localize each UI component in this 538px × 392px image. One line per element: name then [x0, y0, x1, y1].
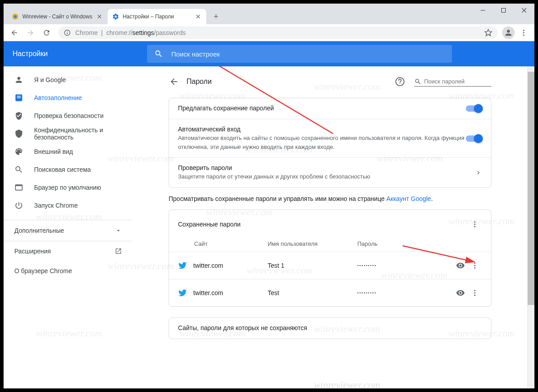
settings-title: Настройки	[13, 50, 147, 58]
site-text[interactable]: twitter.com	[193, 262, 223, 269]
svg-point-8	[523, 34, 525, 35]
svg-point-1	[14, 15, 17, 18]
password-row: twitter.com Test •••••••••	[169, 279, 491, 306]
browser-titlebar: Winreview - Сайт о Windows ✕ Настройки –…	[4, 4, 534, 24]
saved-passwords-more-button[interactable]	[468, 217, 482, 231]
annotation-arrow	[37, 66, 351, 201]
search-icon	[414, 78, 421, 85]
password-dots: •••••••••	[357, 291, 453, 295]
sidebar-about[interactable]: О браузере Chrome	[4, 261, 133, 281]
sidebar-extensions[interactable]: Расширения	[4, 241, 133, 261]
browser-icon	[14, 183, 23, 192]
url-text: Chrome | chrome://settings/passwords	[75, 29, 186, 36]
svg-point-11	[474, 223, 476, 225]
scrollbar[interactable]	[527, 66, 534, 388]
sidebar-label: Запуск Chrome	[34, 202, 78, 209]
user-text: Test	[268, 289, 357, 296]
maximize-button[interactable]	[493, 4, 514, 17]
toggle-offer-save[interactable]	[466, 105, 482, 112]
reload-button[interactable]	[39, 26, 54, 40]
password-search[interactable]	[414, 77, 491, 87]
google-account-link[interactable]: Аккаунт Google	[386, 195, 431, 202]
svg-point-17	[474, 292, 476, 293]
open-in-new-icon	[115, 248, 122, 255]
close-icon[interactable]: ✕	[195, 13, 202, 20]
minimize-button[interactable]	[473, 4, 493, 17]
back-button[interactable]	[7, 26, 22, 40]
close-icon[interactable]: ✕	[96, 13, 103, 20]
window-close-button[interactable]	[514, 4, 534, 17]
help-icon[interactable]	[393, 74, 407, 89]
toolbar: Chrome | chrome://settings/passwords	[4, 24, 534, 41]
chevron-right-icon	[475, 169, 482, 176]
forward-button[interactable]	[23, 26, 38, 40]
svg-line-19	[181, 66, 333, 134]
profile-avatar-button[interactable]	[502, 26, 515, 39]
password-search-input[interactable]	[424, 78, 491, 85]
twitter-icon	[178, 261, 187, 270]
saved-passwords-title: Сохраненные пароли	[169, 221, 241, 228]
address-bar[interactable]: Chrome | chrome://settings/passwords	[58, 26, 498, 39]
chevron-down-icon	[115, 227, 122, 234]
bookmark-star-icon[interactable]	[484, 29, 492, 37]
tab-settings-passwords[interactable]: Настройки – Пароли ✕	[108, 9, 206, 24]
new-tab-button[interactable]: +	[210, 10, 222, 23]
site-text[interactable]: twitter.com	[193, 289, 223, 296]
tab-winreview[interactable]: Winreview - Сайт о Windows ✕	[7, 9, 108, 24]
svg-point-7	[523, 32, 525, 33]
tab-label: Winreview - Сайт о Windows	[22, 13, 92, 20]
menu-button[interactable]	[516, 26, 531, 40]
svg-point-10	[474, 221, 476, 222]
svg-point-6	[523, 30, 525, 31]
lock-icon	[14, 129, 23, 138]
info-icon	[64, 29, 71, 36]
settings-header: Настройки	[4, 41, 534, 66]
svg-rect-3	[502, 9, 506, 13]
twitter-icon	[178, 288, 187, 297]
svg-point-18	[474, 294, 476, 296]
settings-search-input[interactable]	[171, 50, 445, 58]
person-icon	[14, 75, 23, 84]
settings-search[interactable]	[147, 45, 452, 63]
search-icon	[154, 49, 163, 58]
svg-line-20	[403, 246, 474, 262]
scroll-thumb[interactable]	[528, 72, 534, 305]
tab-label: Настройки – Пароли	[123, 13, 174, 20]
toggle-auto-signin[interactable]	[466, 135, 482, 142]
svg-point-16	[474, 290, 476, 291]
search-icon	[14, 165, 23, 174]
annotation-arrow	[264, 237, 488, 268]
sidebar-advanced[interactable]: Дополнительные	[4, 220, 133, 241]
svg-point-12	[474, 226, 476, 227]
autofill-icon	[14, 93, 23, 102]
power-icon	[14, 201, 23, 210]
row-more-button[interactable]	[468, 286, 482, 300]
palette-icon	[14, 147, 23, 156]
shield-icon	[14, 111, 23, 120]
never-saved-section: Сайты, пароли для которых не сохраняются	[169, 318, 491, 339]
show-password-button[interactable]	[453, 286, 468, 300]
